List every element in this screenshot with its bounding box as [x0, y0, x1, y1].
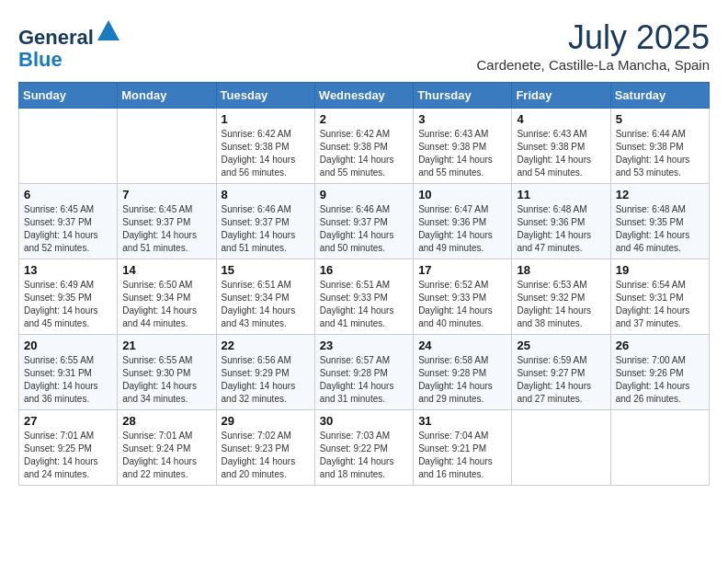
day-number: 27 — [24, 414, 112, 428]
calendar-cell: 12Sunrise: 6:48 AMSunset: 9:35 PMDayligh… — [610, 184, 709, 259]
day-number: 6 — [24, 188, 112, 201]
day-info: Sunrise: 7:01 AMSunset: 9:25 PMDaylight:… — [24, 430, 112, 481]
calendar-cell: 25Sunrise: 6:59 AMSunset: 9:27 PMDayligh… — [512, 335, 610, 410]
day-number: 18 — [517, 263, 605, 277]
calendar-cell: 6Sunrise: 6:45 AMSunset: 9:37 PMDaylight… — [19, 184, 118, 259]
day-number: 26 — [616, 339, 704, 352]
calendar-cell: 5Sunrise: 6:44 AMSunset: 9:38 PMDaylight… — [610, 109, 709, 184]
calendar-cell — [118, 109, 216, 184]
day-number: 30 — [320, 414, 408, 428]
day-info: Sunrise: 6:48 AMSunset: 9:36 PMDaylight:… — [517, 203, 605, 255]
calendar-cell: 29Sunrise: 7:02 AMSunset: 9:23 PMDayligh… — [216, 410, 314, 486]
day-number: 17 — [418, 263, 506, 277]
day-info: Sunrise: 6:46 AMSunset: 9:37 PMDaylight:… — [222, 203, 310, 255]
day-number: 19 — [616, 263, 704, 277]
logo-general-text: General — [18, 26, 94, 49]
day-info: Sunrise: 7:00 AMSunset: 9:26 PMDaylight:… — [616, 354, 704, 406]
calendar-cell: 24Sunrise: 6:58 AMSunset: 9:28 PMDayligh… — [414, 335, 512, 410]
day-info: Sunrise: 6:42 AMSunset: 9:38 PMDaylight:… — [320, 128, 408, 179]
day-info: Sunrise: 6:54 AMSunset: 9:31 PMDaylight:… — [616, 279, 704, 330]
day-number: 16 — [320, 263, 408, 277]
calendar-week-row: 1Sunrise: 6:42 AMSunset: 9:38 PMDaylight… — [19, 109, 710, 184]
location-subtitle: Cardenete, Castille-La Mancha, Spain — [477, 57, 710, 73]
calendar-week-row: 27Sunrise: 7:01 AMSunset: 9:25 PMDayligh… — [19, 410, 710, 486]
calendar-cell: 18Sunrise: 6:53 AMSunset: 9:32 PMDayligh… — [512, 259, 610, 335]
day-of-week-header: Saturday — [610, 83, 709, 109]
calendar-cell: 10Sunrise: 6:47 AMSunset: 9:36 PMDayligh… — [414, 184, 512, 259]
calendar-table: SundayMondayTuesdayWednesdayThursdayFrid… — [18, 82, 710, 486]
days-of-week-row: SundayMondayTuesdayWednesdayThursdayFrid… — [19, 83, 710, 109]
day-info: Sunrise: 6:51 AMSunset: 9:33 PMDaylight:… — [320, 279, 408, 330]
day-info: Sunrise: 6:46 AMSunset: 9:37 PMDaylight:… — [320, 203, 408, 255]
calendar-cell: 13Sunrise: 6:49 AMSunset: 9:35 PMDayligh… — [19, 259, 118, 335]
page-header: General Blue July 2025 Cardenete, Castil… — [18, 18, 710, 73]
day-info: Sunrise: 6:57 AMSunset: 9:28 PMDaylight:… — [320, 354, 408, 406]
calendar-cell — [610, 410, 709, 486]
calendar-cell: 14Sunrise: 6:50 AMSunset: 9:34 PMDayligh… — [118, 259, 216, 335]
day-number: 11 — [517, 188, 605, 201]
calendar-cell: 17Sunrise: 6:52 AMSunset: 9:33 PMDayligh… — [414, 259, 512, 335]
day-info: Sunrise: 6:55 AMSunset: 9:30 PMDaylight:… — [122, 354, 210, 406]
day-number: 14 — [122, 263, 210, 277]
day-number: 4 — [517, 112, 605, 126]
calendar-week-row: 6Sunrise: 6:45 AMSunset: 9:37 PMDaylight… — [19, 184, 710, 259]
day-info: Sunrise: 6:45 AMSunset: 9:37 PMDaylight:… — [24, 203, 112, 255]
day-info: Sunrise: 6:49 AMSunset: 9:35 PMDaylight:… — [24, 279, 112, 330]
calendar-cell: 16Sunrise: 6:51 AMSunset: 9:33 PMDayligh… — [314, 259, 413, 335]
day-of-week-header: Wednesday — [314, 83, 413, 109]
calendar-cell: 31Sunrise: 7:04 AMSunset: 9:21 PMDayligh… — [414, 410, 512, 486]
logo: General Blue — [18, 18, 121, 71]
day-info: Sunrise: 6:43 AMSunset: 9:38 PMDaylight:… — [418, 128, 506, 179]
day-of-week-header: Friday — [512, 83, 610, 109]
title-section: July 2025 Cardenete, Castille-La Mancha,… — [477, 18, 710, 73]
day-number: 29 — [222, 414, 310, 428]
day-number: 5 — [616, 112, 704, 126]
calendar-week-row: 20Sunrise: 6:55 AMSunset: 9:31 PMDayligh… — [19, 335, 710, 410]
day-number: 23 — [320, 339, 408, 352]
day-of-week-header: Thursday — [414, 83, 512, 109]
day-number: 25 — [517, 339, 605, 352]
day-info: Sunrise: 6:51 AMSunset: 9:34 PMDaylight:… — [222, 279, 310, 330]
calendar-cell: 8Sunrise: 6:46 AMSunset: 9:37 PMDaylight… — [216, 184, 314, 259]
day-info: Sunrise: 6:42 AMSunset: 9:38 PMDaylight:… — [222, 128, 310, 179]
day-number: 31 — [418, 414, 506, 428]
day-number: 15 — [222, 263, 310, 277]
day-info: Sunrise: 7:03 AMSunset: 9:22 PMDaylight:… — [320, 430, 408, 481]
calendar-cell — [19, 109, 118, 184]
day-info: Sunrise: 7:04 AMSunset: 9:21 PMDaylight:… — [418, 430, 506, 481]
day-info: Sunrise: 6:43 AMSunset: 9:38 PMDaylight:… — [517, 128, 605, 179]
day-number: 2 — [320, 112, 408, 126]
day-info: Sunrise: 6:44 AMSunset: 9:38 PMDaylight:… — [616, 128, 704, 179]
calendar-cell: 4Sunrise: 6:43 AMSunset: 9:38 PMDaylight… — [512, 109, 610, 184]
day-number: 10 — [418, 188, 506, 201]
day-info: Sunrise: 6:58 AMSunset: 9:28 PMDaylight:… — [418, 354, 506, 406]
calendar-cell: 11Sunrise: 6:48 AMSunset: 9:36 PMDayligh… — [512, 184, 610, 259]
day-info: Sunrise: 6:59 AMSunset: 9:27 PMDaylight:… — [517, 354, 605, 406]
day-of-week-header: Tuesday — [216, 83, 314, 109]
calendar-cell: 7Sunrise: 6:45 AMSunset: 9:37 PMDaylight… — [118, 184, 216, 259]
month-year-title: July 2025 — [477, 18, 710, 57]
logo-blue-text: Blue — [18, 48, 63, 71]
day-number: 8 — [222, 188, 310, 201]
day-number: 22 — [222, 339, 310, 352]
calendar-cell: 23Sunrise: 6:57 AMSunset: 9:28 PMDayligh… — [314, 335, 413, 410]
day-number: 13 — [24, 263, 112, 277]
day-number: 7 — [122, 188, 210, 201]
day-number: 1 — [222, 112, 310, 126]
calendar-week-row: 13Sunrise: 6:49 AMSunset: 9:35 PMDayligh… — [19, 259, 710, 335]
calendar-cell: 15Sunrise: 6:51 AMSunset: 9:34 PMDayligh… — [216, 259, 314, 335]
calendar-header: SundayMondayTuesdayWednesdayThursdayFrid… — [19, 83, 710, 109]
day-number: 24 — [418, 339, 506, 352]
calendar-cell: 30Sunrise: 7:03 AMSunset: 9:22 PMDayligh… — [314, 410, 413, 486]
day-number: 3 — [418, 112, 506, 126]
svg-marker-0 — [97, 20, 119, 40]
calendar-cell: 26Sunrise: 7:00 AMSunset: 9:26 PMDayligh… — [610, 335, 709, 410]
calendar-cell: 20Sunrise: 6:55 AMSunset: 9:31 PMDayligh… — [19, 335, 118, 410]
day-number: 20 — [24, 339, 112, 352]
day-number: 28 — [122, 414, 210, 428]
day-info: Sunrise: 6:53 AMSunset: 9:32 PMDaylight:… — [517, 279, 605, 330]
calendar-cell: 22Sunrise: 6:56 AMSunset: 9:29 PMDayligh… — [216, 335, 314, 410]
calendar-cell: 27Sunrise: 7:01 AMSunset: 9:25 PMDayligh… — [19, 410, 118, 486]
day-number: 9 — [320, 188, 408, 201]
day-of-week-header: Sunday — [19, 83, 118, 109]
